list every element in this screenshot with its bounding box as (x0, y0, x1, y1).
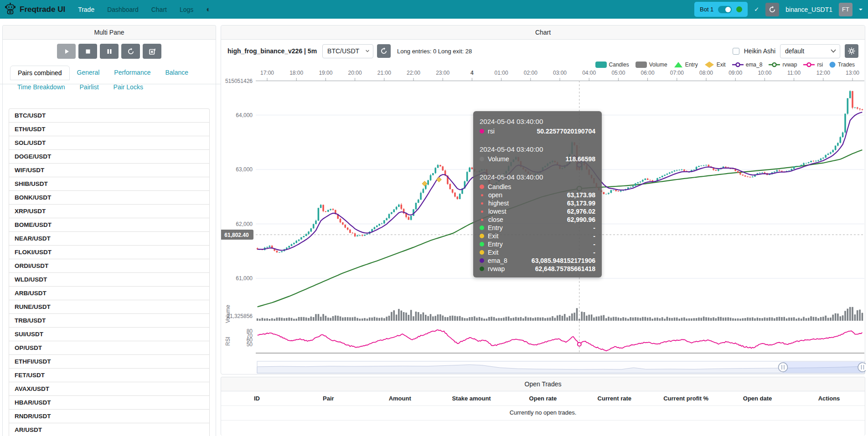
tooltip-timestamp: 2024-05-04 03:40:00 (480, 173, 595, 181)
pair-item[interactable]: ORDI/USDT (9, 259, 210, 273)
navbar-right: Bot 1 ✓ binance_USDT1 FT (694, 0, 863, 19)
tab-time-breakdown[interactable]: Time Breakdown (10, 80, 72, 94)
column-header-open-date: Open date (722, 391, 793, 405)
pair-item[interactable]: ETH/USDT (9, 122, 210, 136)
svg-text:23:00: 23:00 (436, 70, 450, 76)
svg-text:61,802.40: 61,802.40 (224, 232, 249, 238)
tooltip-row: Exit- (480, 232, 595, 240)
svg-text:06:00: 06:00 (641, 70, 655, 76)
svg-text:18:00: 18:00 (289, 70, 303, 76)
reload-bot-button[interactable] (765, 3, 779, 16)
svg-text:13:00: 13:00 (846, 70, 859, 76)
svg-text:17:00: 17:00 (260, 70, 274, 76)
user-avatar[interactable]: FT (839, 3, 852, 16)
chart-panel-title: Chart (221, 26, 865, 40)
bot-toggle[interactable] (718, 6, 732, 13)
tab-pairs-combined[interactable]: Pairs combined (10, 66, 70, 80)
svg-text:04:00: 04:00 (582, 70, 596, 76)
heikin-ashi-checkbox[interactable] (733, 48, 739, 55)
pair-item[interactable]: NEAR/USDT (9, 231, 210, 246)
svg-text:50: 50 (247, 341, 253, 348)
nav-link-chart[interactable]: Chart (151, 6, 167, 13)
tooltip-row: Entry- (480, 224, 595, 232)
tooltip-row: Entry- (480, 240, 595, 248)
tab-list: Pairs combinedGeneralPerformanceBalanceT… (10, 66, 208, 94)
pair-item[interactable]: RNDR/USDT (9, 409, 210, 423)
pair-item[interactable]: SUI/USDT (9, 327, 210, 341)
svg-text:07:00: 07:00 (670, 70, 684, 76)
pair-item[interactable]: WIF/USDT (9, 163, 210, 177)
pair-item[interactable]: SHIB/USDT (9, 177, 210, 191)
pair-item[interactable]: OP/USDT (9, 341, 210, 355)
open-trades-table: IDPairAmountStake amountOpen rateCurrent… (221, 391, 865, 405)
nav-link-logs[interactable]: Logs (180, 6, 193, 13)
pair-item[interactable]: AR/USDT (9, 423, 210, 436)
pair-item[interactable]: ARB/USDT (9, 286, 210, 300)
pair-item[interactable]: XRP/USDT (9, 204, 210, 218)
pair-item[interactable]: BOME/USDT (9, 218, 210, 232)
pair-item[interactable]: BONK/USDT (9, 190, 210, 205)
tooltip-row: ema_863,085.948152171906 (480, 256, 595, 265)
strategy-label: high_frog_binance_v226 | 5m (227, 47, 317, 55)
chevron-down-icon (366, 49, 369, 53)
tab-balance[interactable]: Balance (158, 66, 196, 80)
svg-text:02:00: 02:00 (524, 70, 537, 76)
bot-label: Bot 1 (700, 6, 713, 13)
bot-selector[interactable]: Bot 1 (694, 2, 748, 17)
gear-icon (848, 47, 855, 55)
svg-text:08:00: 08:00 (699, 70, 713, 76)
column-header-actions: Actions (793, 391, 865, 405)
pair-item[interactable]: TRB/USDT (9, 313, 210, 328)
pair-select[interactable]: BTC/USDT (322, 44, 373, 58)
open-trades-title: Open Trades (221, 377, 865, 391)
tab-pairlist[interactable]: Pairlist (72, 80, 106, 94)
bot-online-dot (736, 6, 742, 12)
pair-item[interactable]: FET/USDT (9, 368, 210, 382)
svg-text:19:00: 19:00 (319, 70, 332, 76)
theme-toggle-icon[interactable]: ◐ (206, 5, 211, 14)
tooltip-row: rsi50.22577020190704 (480, 127, 595, 135)
tab-general[interactable]: General (70, 66, 107, 80)
chart-tooltip: 2024-05-04 03:40:00rsi50.225770201907042… (473, 111, 602, 277)
exit-marker (436, 177, 441, 182)
brand[interactable]: Freqtrade UI (5, 2, 65, 16)
rsi-line (258, 330, 863, 351)
forceexit-button[interactable] (143, 44, 161, 59)
svg-text:21:00: 21:00 (377, 70, 391, 76)
chevron-down-icon (831, 49, 836, 53)
pair-item[interactable]: ETHFI/USDT (9, 354, 210, 369)
nav-link-dashboard[interactable]: Dashboard (107, 6, 139, 13)
pair-item[interactable]: AVAX/USDT (9, 382, 210, 396)
pair-item[interactable]: WLD/USDT (9, 272, 210, 287)
pair-item[interactable]: FLOKI/USDT (9, 245, 210, 259)
datazoom-selection (783, 362, 863, 373)
datazoom-handle[interactable] (779, 363, 788, 372)
entries-summary: Long entries: 0 Long exit: 28 (397, 48, 472, 55)
svg-text:22:00: 22:00 (407, 70, 420, 76)
svg-text:20:00: 20:00 (348, 70, 362, 76)
plot-settings-gear-button[interactable] (845, 44, 858, 58)
svg-text:10:00: 10:00 (758, 70, 771, 76)
tab-performance[interactable]: Performance (107, 66, 158, 80)
pair-item[interactable]: BTC/USDT (9, 108, 210, 123)
chevron-down-icon[interactable] (859, 9, 863, 10)
column-header-amount: Amount (364, 391, 436, 405)
pair-item[interactable]: RUNE/USDT (9, 300, 210, 314)
robot-logo-icon (5, 2, 16, 16)
pair-item[interactable]: SOL/USDT (9, 136, 210, 150)
svg-text:63,000: 63,000 (236, 166, 253, 173)
plot-config-select[interactable]: default (780, 44, 840, 58)
datazoom-handle[interactable] (858, 363, 866, 372)
volume-bars (257, 307, 863, 321)
nav-link-trade[interactable]: Trade (78, 6, 94, 13)
svg-text:05:00: 05:00 (611, 70, 625, 76)
pause-bot-button[interactable] (100, 44, 119, 59)
stop-bot-button[interactable] (78, 44, 97, 59)
tab-pair-locks[interactable]: Pair Locks (106, 80, 150, 94)
pair-item[interactable]: DOGE/USDT (9, 149, 210, 164)
start-bot-button[interactable] (57, 44, 76, 59)
tooltip-timestamp: 2024-05-04 03:40:00 (480, 145, 595, 153)
pair-item[interactable]: HBAR/USDT (9, 395, 210, 410)
refresh-chart-button[interactable] (377, 44, 391, 58)
reload-config-button[interactable] (121, 44, 140, 59)
